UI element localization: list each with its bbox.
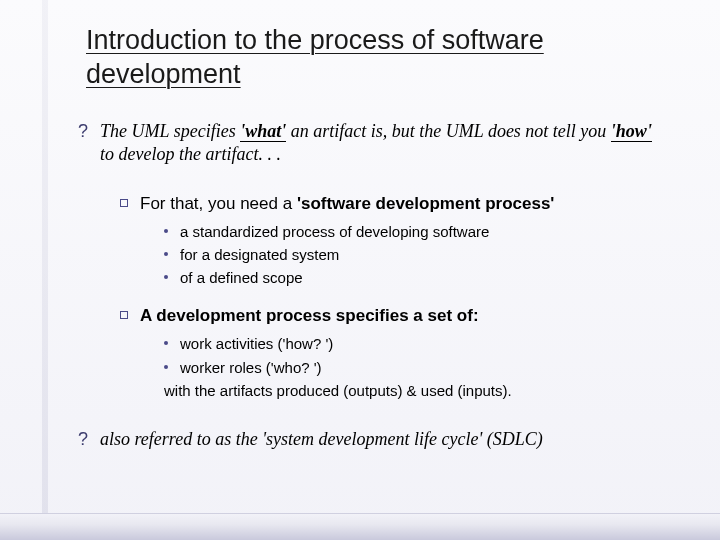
square-bullet-icon xyxy=(120,199,128,207)
text-run: for a designated system xyxy=(180,246,339,263)
text-run: work activities ('how? ') xyxy=(180,335,333,352)
slide-title: Introduction to the process of software … xyxy=(86,24,646,92)
text-run: The UML specifies xyxy=(100,121,240,141)
item-worker-roles: worker roles ('who? ') xyxy=(164,358,668,378)
dot-bullet-icon xyxy=(164,229,168,233)
dot-bullet-icon xyxy=(164,252,168,256)
item-standardized: a standardized process of developing sof… xyxy=(164,222,668,242)
decor-footer-stripe xyxy=(0,513,720,540)
text-run: of a defined scope xyxy=(180,269,303,286)
bullet-icon: ? xyxy=(78,428,88,451)
sub-specifies-set: A development process specifies a set of… xyxy=(120,305,668,328)
item-artifacts-tail: with the artifacts produced (outputs) & … xyxy=(164,381,668,401)
dot-bullet-icon xyxy=(164,275,168,279)
text-run: also referred to as the 'system developm… xyxy=(100,429,543,449)
para-uml-what-how: ? The UML specifies 'what' an artifact i… xyxy=(78,120,668,167)
item-designated-system: for a designated system xyxy=(164,245,668,265)
square-bullet-icon xyxy=(120,311,128,319)
item-work-activities: work activities ('how? ') xyxy=(164,334,668,354)
text-run: with the artifacts produced (outputs) & … xyxy=(164,382,512,399)
emph-how: 'how' xyxy=(611,121,652,142)
sub-need-process: For that, you need a 'software developme… xyxy=(120,193,668,216)
emph-process: 'software development process' xyxy=(297,194,555,213)
para-sdlc: ? also referred to as the 'system develo… xyxy=(78,428,668,451)
text-run: an artifact is, but the UML does not tel… xyxy=(286,121,611,141)
slide: Introduction to the process of software … xyxy=(0,0,720,540)
slide-body: ? The UML specifies 'what' an artifact i… xyxy=(78,120,668,452)
emph-what: 'what' xyxy=(240,121,286,142)
decor-side-stripe xyxy=(42,0,48,540)
dot-bullet-icon xyxy=(164,365,168,369)
bullet-icon: ? xyxy=(78,120,88,143)
text-run: For that, you need a xyxy=(140,194,297,213)
text-run: worker roles ('who? ') xyxy=(180,359,322,376)
text-run: a standardized process of developing sof… xyxy=(180,223,489,240)
text-run: to develop the artifact. . . xyxy=(100,144,281,164)
text-run: A development process specifies a set of… xyxy=(140,306,479,325)
dot-bullet-icon xyxy=(164,341,168,345)
item-defined-scope: of a defined scope xyxy=(164,268,668,288)
